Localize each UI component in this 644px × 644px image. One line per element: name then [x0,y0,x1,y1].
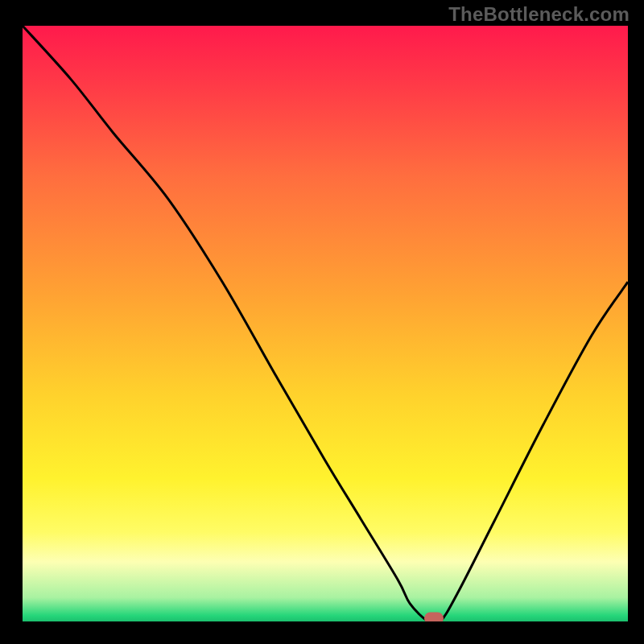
chart-container: TheBottleneck.com [0,0,644,644]
plot-area [23,26,628,621]
optimum-marker [424,613,444,621]
watermark-text: TheBottleneck.com [448,3,630,26]
bottleneck-curve [23,26,628,621]
